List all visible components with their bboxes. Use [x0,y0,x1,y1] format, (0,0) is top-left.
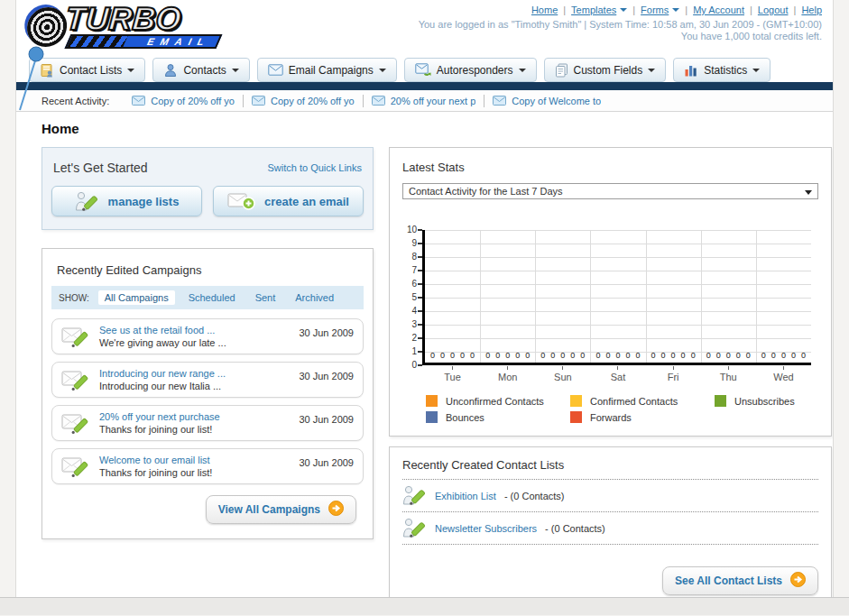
bar-value-label: 0 [460,352,465,360]
top-link-logout[interactable]: Logout [758,5,789,15]
separator: | [750,5,752,15]
orange-arrow-icon [790,572,806,590]
x-axis-label-sat: Sat [590,366,645,382]
bar-group-thu: 00000 [701,350,756,362]
h-gridline [425,298,811,299]
separator: | [563,5,566,15]
campaign-item: Welcome to our email listThanks for join… [51,448,364,484]
campaign-date: 30 Jun 2009 [299,327,354,338]
tab-label: Contact Lists [60,64,122,77]
logo-title: TURBO [64,0,182,38]
tab-label: Statistics [704,64,747,77]
bar-value-label: 0 [761,352,766,360]
tab-label: Email Campaigns [289,64,374,77]
bar-value-label: 0 [440,352,445,360]
y-axis-tick-label: 7 [411,266,417,275]
create-an-email-button[interactable]: create an email [213,186,364,216]
latest-stats-title: Latest Stats [402,161,818,174]
campaign-title-link[interactable]: 20% off your next purchase [99,411,290,422]
view-all-campaigns-label: View All Campaigns [218,503,320,516]
tab-label: Autoresponders [437,64,513,77]
legend-label: Bounces [446,412,484,423]
h-gridline [425,271,811,271]
separator: | [794,5,797,15]
bar-value-labels: 00000000000000000000000000000000000 [425,350,811,362]
autoresponders-icon [415,63,431,77]
top-link-help[interactable]: Help [801,5,822,15]
h-gridline [425,257,811,258]
bar-group-fri: 00000 [646,350,701,362]
recent-campaigns-title: Recently Edited Campaigns [57,263,365,277]
tab-label: Custom Fields [574,64,643,77]
legend-swatch [426,395,438,407]
bar-value-label: 0 [505,352,510,360]
v-gridline [535,230,536,363]
top-link-templates[interactable]: Templates [571,5,627,15]
envelope-icon [493,96,506,106]
bar-value-label: 0 [651,352,656,360]
campaign-title-link[interactable]: Introducing our new range ... [99,368,290,379]
filter-scheduled[interactable]: Scheduled [182,290,242,305]
x-axis-label-fri: Fri [646,366,701,382]
campaign-filter-bar: SHOW: All CampaignsScheduledSentArchived [51,286,364,309]
tab-autoresponders[interactable]: Autoresponders [404,58,537,82]
campaign-pencil-icon [61,325,90,348]
x-axis-label-tue: Tue [425,366,480,382]
legend-swatch [715,395,726,407]
filter-sent[interactable]: Sent [249,290,282,305]
tab-contact-lists[interactable]: Contact Lists [29,58,145,82]
view-all-campaigns-button[interactable]: View All Campaigns [206,495,356,524]
envelope-icon [252,96,265,106]
y-axis-tick-label: 2 [411,334,417,343]
legend-item-unsubscribes: Unsubscribes [715,395,818,407]
manage-lists-button[interactable]: manage lists [51,186,202,216]
recent-activity-link[interactable]: 20% off your next p [391,96,476,106]
bar-value-label: 0 [771,352,776,360]
bar-value-label: 0 [746,352,751,360]
contact-list-item: Newsletter Subscribers- (0 Contacts) [402,512,818,545]
recent-activity-link[interactable]: Copy of Welcome to [512,96,601,106]
contact-list-count: - (0 Contacts) [504,491,565,501]
email-campaigns-icon [268,64,283,76]
campaign-subtitle: Thanks for joining our list! [99,424,290,435]
campaign-date: 30 Jun 2009 [299,457,354,468]
tab-custom-fields[interactable]: Custom Fields [544,58,667,82]
bar-value-label: 0 [470,352,475,360]
stats-period-dropdown[interactable]: Contact Activity for the Last 7 Days [402,183,818,199]
top-link-home[interactable]: Home [531,5,558,15]
envelope-icon [132,96,145,106]
campaign-title-link[interactable]: Welcome to our email list [99,455,290,465]
main-content: Home Let's Get Started Switch to Quick L… [16,112,833,597]
switch-quick-links-link[interactable]: Switch to Quick Links [267,162,362,173]
chevron-down-icon [127,69,134,72]
tab-statistics[interactable]: Statistics [673,58,771,82]
custom-fields-icon [555,63,568,78]
top-link-forms[interactable]: Forms [641,5,679,15]
see-all-contact-lists-button[interactable]: See All Contact Lists [662,566,818,595]
campaign-title-link[interactable]: See us at the retail food ... [99,325,290,336]
recent-activity-link[interactable]: Copy of 20% off yo [151,96,235,106]
legend-item-forwards: Forwards [570,411,715,423]
tab-contacts[interactable]: Contacts [152,58,249,82]
statistics-icon [684,64,698,77]
recent-activity-bar: Recent Activity: Copy of 20% off yoCopy … [16,90,833,112]
filter-all-campaigns[interactable]: All Campaigns [98,290,175,305]
legend-swatch [570,411,582,423]
contact-lists-icon [40,63,54,78]
filter-archived[interactable]: Archived [289,290,340,305]
contact-list-link[interactable]: Exhibition List [435,491,496,501]
tab-email-campaigns[interactable]: Email Campaigns [257,58,397,82]
h-gridline [425,311,811,312]
bar-value-label: 0 [580,352,585,360]
login-status: You are logged in as "Timothy Smith" | S… [419,19,822,31]
contact-list-link[interactable]: Newsletter Subscribers [435,523,537,534]
recent-activity-link[interactable]: Copy of 20% off yo [271,96,355,106]
person-pencil-icon [75,190,99,213]
bar-value-label: 0 [550,352,555,360]
see-all-contact-lists-label: See All Contact Lists [675,575,782,587]
y-axis-tick-label: 0 [411,361,417,370]
bar-group-tue: 00000 [425,350,480,362]
top-link-my-account[interactable]: My Account [693,5,744,15]
campaign-pencil-icon [61,455,90,478]
campaign-subtitle: Introducing our new Italia ... [99,381,290,391]
